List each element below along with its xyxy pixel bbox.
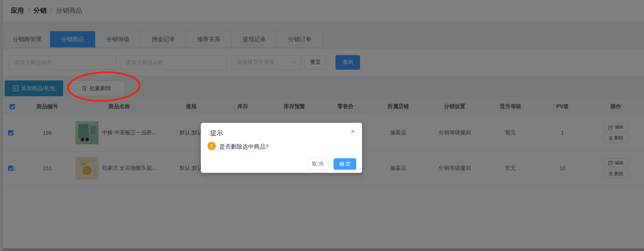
warning-icon: ! — [207, 142, 216, 150]
dialog-title: 提示 — [210, 129, 223, 137]
close-icon[interactable]: × — [350, 127, 355, 135]
confirm-delete-dialog: 提示 × ! 是否删除选中商品? 取 消 确 定 — [201, 123, 362, 173]
cancel-button[interactable]: 取 消 — [307, 158, 329, 170]
distribution-products-page: 应用 / 分销 / 分销商品 分销商管理 分销商品 分销等级 佣金记录 推荐关系… — [0, 0, 644, 251]
dialog-message: 是否删除选中商品? — [219, 143, 269, 151]
confirm-button[interactable]: 确 定 — [334, 158, 356, 170]
